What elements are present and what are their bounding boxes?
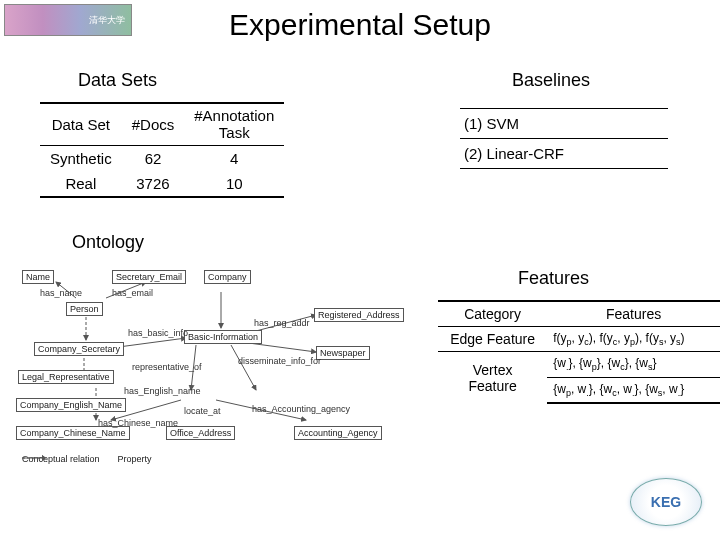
cell: Real xyxy=(40,171,122,197)
datasets-heading: Data Sets xyxy=(78,70,157,91)
onto-node: Secretary_Email xyxy=(112,270,186,284)
onto-node: Legal_Representative xyxy=(18,370,114,384)
ontology-diagram: Name Secretary_Email Company Person Regi… xyxy=(16,270,426,480)
onto-node: Company_Secretary xyxy=(34,342,124,356)
onto-rel: has_Accounting_agency xyxy=(252,404,350,414)
onto-node: Name xyxy=(22,270,54,284)
baseline-item: (1) SVM xyxy=(460,109,668,139)
cell: Synthetic xyxy=(40,146,122,172)
onto-rel: has_Chinese_name xyxy=(98,418,178,428)
ontology-heading: Ontology xyxy=(72,232,144,253)
cell: 3726 xyxy=(122,171,185,197)
legend-property: Property xyxy=(118,454,152,464)
features-heading: Features xyxy=(518,268,589,289)
onto-rel: has_reg_addr xyxy=(254,318,310,328)
baselines-heading: Baselines xyxy=(512,70,590,91)
table-row: Real 3726 10 xyxy=(40,171,284,197)
datasets-table: Data Set #Docs #AnnotationTask Synthetic… xyxy=(40,102,284,198)
onto-node: Person xyxy=(66,302,103,316)
onto-rel: has_name xyxy=(40,288,82,298)
onto-node: Accounting_Agency xyxy=(294,426,382,440)
onto-node: Company_English_Name xyxy=(16,398,126,412)
onto-rel: has_basic_info xyxy=(128,328,188,338)
onto-rel: has_email xyxy=(112,288,153,298)
onto-node: Company_Chinese_Name xyxy=(16,426,130,440)
baseline-item: (2) Linear-CRF xyxy=(460,139,668,169)
col-annotation: #AnnotationTask xyxy=(184,103,284,146)
onto-node: Office_Address xyxy=(166,426,235,440)
cell: 62 xyxy=(122,146,185,172)
onto-node: Registered_Address xyxy=(314,308,404,322)
cell: 10 xyxy=(184,171,284,197)
onto-rel: disseminate_info_for xyxy=(238,356,321,366)
baselines-table: (1) SVM (2) Linear-CRF xyxy=(460,108,668,169)
onto-node: Basic-Information xyxy=(184,330,262,344)
onto-node: Company xyxy=(204,270,251,284)
cell: {wp, w.}, {wc, w.}, {ws, w.} xyxy=(547,377,720,403)
svg-line-9 xyxy=(231,345,256,390)
onto-rel: has_English_name xyxy=(124,386,201,396)
col-category: Category xyxy=(438,301,547,327)
page-title: Experimental Setup xyxy=(0,8,720,42)
onto-node: Newspaper xyxy=(316,346,370,360)
cell: {w.}, {wp}, {wc}, {ws} xyxy=(547,352,720,377)
features-table: Category Features Edge Feature f(yp, yc)… xyxy=(438,300,720,404)
onto-rel: locate_at xyxy=(184,406,221,416)
cell: VertexFeature xyxy=(438,352,547,403)
cell: f(yp, yc), f(yc, yp), f(ys, ys) xyxy=(547,327,720,352)
cell: 4 xyxy=(184,146,284,172)
cell: Edge Feature xyxy=(438,327,547,352)
onto-rel: representative_of xyxy=(132,362,202,372)
col-features: Features xyxy=(547,301,720,327)
table-row: Synthetic 62 4 xyxy=(40,146,284,172)
col-docs: #Docs xyxy=(122,103,185,146)
legend-label: Property xyxy=(118,454,152,464)
keg-logo: KEG xyxy=(630,478,702,526)
col-dataset: Data Set xyxy=(40,103,122,146)
